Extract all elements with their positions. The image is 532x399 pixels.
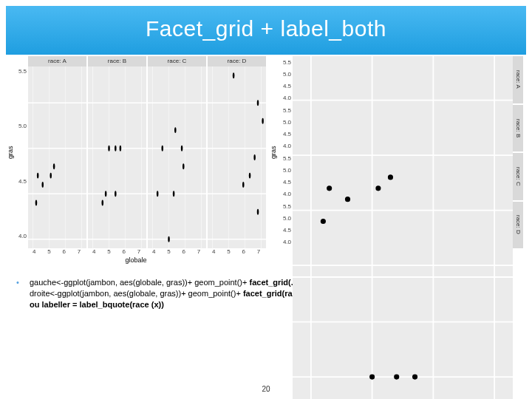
facet-panel bbox=[88, 66, 148, 248]
facet-panel bbox=[293, 278, 513, 399]
svg-point-21 bbox=[101, 200, 103, 206]
svg-point-37 bbox=[168, 236, 170, 242]
svg-point-68 bbox=[375, 185, 381, 191]
svg-point-83 bbox=[412, 375, 417, 380]
svg-point-9 bbox=[37, 173, 39, 179]
right-yticks: 5.55.04.54.05.55.04.54.05.55.04.54.05.55… bbox=[278, 56, 293, 248]
left-facets: race: A race: B race: C race: D bbox=[28, 56, 266, 248]
col-strip: race: D bbox=[208, 56, 266, 66]
svg-point-10 bbox=[41, 182, 44, 188]
left-yticks: 5.5 5.0 4.5 4.0 bbox=[15, 56, 28, 248]
svg-point-25 bbox=[115, 146, 117, 151]
svg-point-67 bbox=[345, 197, 350, 202]
row-strip: race: A bbox=[513, 56, 523, 105]
ytick: 5.0 bbox=[15, 123, 27, 129]
svg-point-11 bbox=[50, 173, 52, 179]
svg-point-55 bbox=[257, 209, 259, 215]
code-line: gauche<-ggplot(jambon, aes(globale, gras… bbox=[30, 278, 249, 287]
facet-panel bbox=[28, 66, 88, 248]
right-ylabel: gras bbox=[269, 56, 278, 248]
left-plot: gras 5.5 5.0 4.5 4.0 race: A race: B rac… bbox=[6, 56, 266, 264]
svg-point-69 bbox=[388, 174, 393, 180]
svg-point-35 bbox=[157, 191, 159, 197]
svg-point-53 bbox=[253, 154, 256, 160]
right-plot: gras 5.55.04.54.05.55.04.54.05.55.04.54.… bbox=[269, 56, 523, 264]
svg-point-52 bbox=[249, 173, 251, 179]
plots-container: gras 5.5 5.0 4.5 4.0 race: A race: B rac… bbox=[0, 56, 532, 264]
svg-point-23 bbox=[108, 146, 110, 151]
svg-point-24 bbox=[115, 191, 117, 197]
col-strip: race: B bbox=[88, 56, 148, 66]
svg-point-12 bbox=[53, 163, 55, 169]
svg-point-39 bbox=[174, 127, 177, 133]
svg-point-50 bbox=[233, 72, 235, 78]
left-xticks: 4567456745674567 bbox=[27, 248, 266, 255]
page-number: 20 bbox=[0, 385, 532, 393]
svg-point-36 bbox=[161, 146, 163, 151]
svg-point-22 bbox=[105, 191, 107, 197]
row-strip: race: D bbox=[513, 202, 523, 249]
facet-panel bbox=[148, 66, 208, 248]
col-strip: race: C bbox=[148, 56, 208, 66]
left-xlabel: globale bbox=[6, 255, 266, 264]
svg-point-80 bbox=[369, 375, 375, 380]
svg-point-51 bbox=[242, 182, 245, 188]
right-panels bbox=[293, 56, 513, 248]
row-strip: race: B bbox=[513, 105, 523, 154]
svg-point-38 bbox=[173, 191, 175, 197]
svg-point-41 bbox=[183, 163, 185, 169]
left-ylabel: gras bbox=[6, 56, 15, 248]
facet-panel bbox=[208, 66, 266, 248]
svg-point-26 bbox=[120, 146, 122, 151]
col-strip: race: A bbox=[28, 56, 88, 66]
code-emph: ou labeller = label_bquote(race (x)) bbox=[30, 300, 164, 309]
svg-point-8 bbox=[35, 200, 38, 206]
ytick: 4.0 bbox=[15, 233, 27, 239]
ytick: 5.5 bbox=[15, 68, 27, 75]
slide-title: Facet_grid + label_both bbox=[6, 6, 526, 55]
row-strip: race: C bbox=[513, 153, 523, 202]
svg-point-56 bbox=[262, 118, 264, 124]
svg-point-65 bbox=[321, 219, 326, 224]
facet-panel bbox=[293, 56, 513, 276]
code-line: droite<-ggplot(jambon, aes(globale, gras… bbox=[30, 289, 243, 298]
bullet-icon: • bbox=[16, 277, 19, 288]
ytick: 4.5 bbox=[15, 178, 27, 185]
row-strips: race: A race: B race: C race: D bbox=[513, 56, 523, 248]
svg-point-66 bbox=[327, 185, 332, 191]
svg-point-54 bbox=[257, 100, 259, 106]
svg-point-82 bbox=[394, 375, 399, 380]
svg-point-40 bbox=[181, 146, 183, 151]
